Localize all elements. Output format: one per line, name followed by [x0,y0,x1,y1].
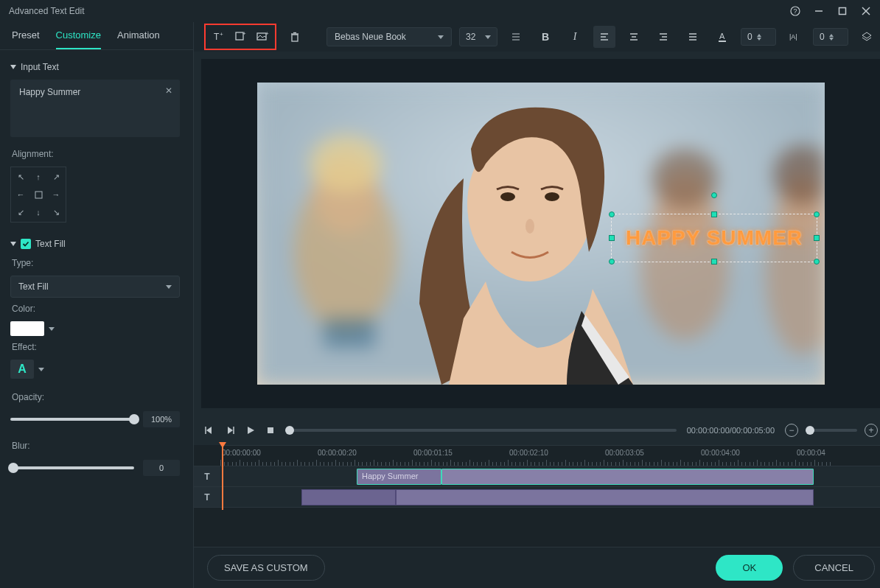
caret-down-icon [10,65,16,69]
spin-up-icon[interactable] [757,34,761,37]
italic-icon[interactable]: I [564,26,586,48]
svg-point-49 [545,192,559,201]
chevron-down-icon[interactable] [49,327,55,331]
resize-handle[interactable] [814,211,820,217]
playback-bar: 00:00:00:00/00:00:05:00 − + [194,416,880,445]
add-text-icon[interactable]: T+ [207,26,229,48]
align-n[interactable]: ↑ [30,169,46,185]
spin-down-icon[interactable] [829,38,834,41]
track-2: T [194,486,880,507]
char-spacing-icon[interactable]: |A| [783,26,806,48]
timeline-clip[interactable] [441,469,814,485]
track-icon[interactable]: T [194,466,220,486]
canvas[interactable]: HAPPY SUMMER [257,83,825,385]
align-s[interactable]: ↓ [30,204,46,220]
type-select[interactable]: Text Fill [10,276,180,298]
color-swatch[interactable] [10,321,44,336]
resize-handle[interactable] [711,211,717,217]
blur-slider[interactable] [10,466,134,469]
help-icon[interactable]: ? [790,6,800,16]
align-w[interactable]: ← [13,186,29,203]
svg-rect-14 [292,35,298,41]
align-sw[interactable]: ↙ [13,204,29,220]
text-fill-header[interactable]: Text Fill [10,239,180,249]
prev-frame-icon[interactable] [204,425,214,435]
slider-thumb[interactable] [129,414,139,424]
align-nw[interactable]: ↖ [13,169,29,185]
input-text-header[interactable]: Input Text [10,62,180,72]
align-se[interactable]: ↘ [48,204,64,220]
align-ne[interactable]: ↗ [48,169,64,185]
opacity-value[interactable]: 100% [143,411,180,427]
play-icon[interactable] [245,425,256,435]
delete-icon[interactable] [284,26,306,48]
resize-handle[interactable] [609,259,615,265]
line-spacing-icon[interactable] [505,26,527,48]
align-left-icon[interactable] [593,26,615,48]
align-justify-icon[interactable] [682,26,704,48]
blur-value[interactable]: 0 [143,460,180,476]
opacity-slider[interactable] [10,418,134,421]
resize-handle[interactable] [711,259,717,265]
zoom-out-icon[interactable]: − [785,424,798,437]
progress-bar[interactable] [285,429,677,432]
svg-text:|A|: |A| [789,33,797,41]
chevron-down-icon[interactable] [38,368,44,371]
letter-spacing-input[interactable]: 0 [741,28,776,46]
close-icon[interactable] [861,6,871,16]
chevron-down-icon [438,35,444,39]
spin-up-icon[interactable] [829,34,834,37]
effect-preview[interactable]: A [10,360,34,379]
chevron-down-icon [166,285,172,289]
timeline-ruler[interactable]: 00:00:00:00 00:00:00:20 00:00:01:15 00:0… [220,445,880,466]
bold-icon[interactable]: B [534,26,556,48]
align-right-icon[interactable] [652,26,674,48]
track-lane[interactable] [220,487,880,507]
zoom-slider[interactable] [806,429,857,432]
text-selection-box[interactable]: HAPPY SUMMER [611,214,817,262]
maximize-icon[interactable] [837,6,848,16]
track-icon[interactable]: T [194,487,220,507]
text-color-icon[interactable]: A [711,26,733,48]
align-center-icon[interactable] [623,26,645,48]
add-shape-icon[interactable]: + [229,26,251,48]
track-lane[interactable]: Happy Summer [220,466,880,486]
resize-handle[interactable] [814,259,820,265]
add-image-icon[interactable]: + [251,26,273,48]
svg-marker-55 [248,427,254,434]
layers-icon[interactable] [856,26,878,48]
zoom-in-icon[interactable]: + [865,424,878,437]
tab-animation[interactable]: Animation [117,29,160,49]
minimize-icon[interactable] [814,6,824,16]
resize-handle[interactable] [814,235,820,241]
resize-handle[interactable] [609,235,615,241]
clear-text-icon[interactable]: ✕ [165,85,172,96]
overlay-text: HAPPY SUMMER [626,226,803,250]
timeline: 00:00:00:00 00:00:00:20 00:00:01:15 00:0… [194,445,880,547]
text-input[interactable]: Happy Summer ✕ [10,80,180,137]
font-size-select[interactable]: 32 [459,27,497,46]
zoom-thumb[interactable] [806,426,814,435]
resize-handle[interactable] [609,211,615,217]
playhead[interactable] [222,445,223,510]
cancel-button[interactable]: CANCEL [793,555,875,581]
progress-thumb[interactable] [285,426,294,435]
timeline-clip[interactable] [301,489,396,505]
spin-down-icon[interactable] [757,38,761,41]
text-fill-checkbox[interactable] [21,239,31,249]
save-as-custom-button[interactable]: SAVE AS CUSTOM [207,555,325,581]
font-select[interactable]: Bebas Neue Book [326,27,452,46]
char-spacing-input[interactable]: 0 [813,28,848,46]
tab-customize[interactable]: Customize [56,29,101,49]
next-frame-icon[interactable] [225,425,235,435]
slider-thumb[interactable] [8,463,18,473]
type-label: Type: [12,258,180,268]
ok-button[interactable]: OK [716,555,783,581]
stop-icon[interactable] [266,426,275,435]
align-center[interactable] [30,186,46,203]
timeline-clip[interactable]: Happy Summer [357,469,441,485]
align-e[interactable]: → [48,186,64,203]
rotate-handle[interactable] [711,192,717,198]
timeline-clip[interactable] [396,489,814,505]
tab-preset[interactable]: Preset [12,29,40,49]
